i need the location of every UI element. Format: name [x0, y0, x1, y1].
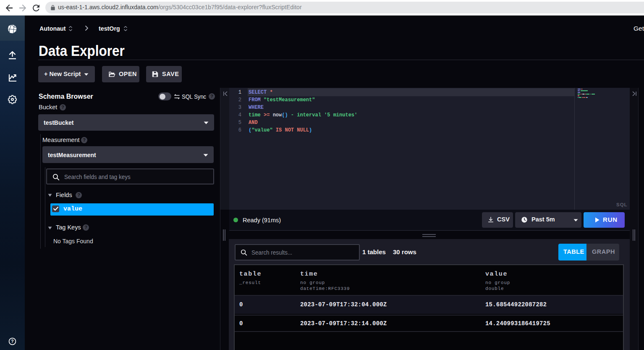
svg-text:?: ?: [11, 339, 13, 344]
